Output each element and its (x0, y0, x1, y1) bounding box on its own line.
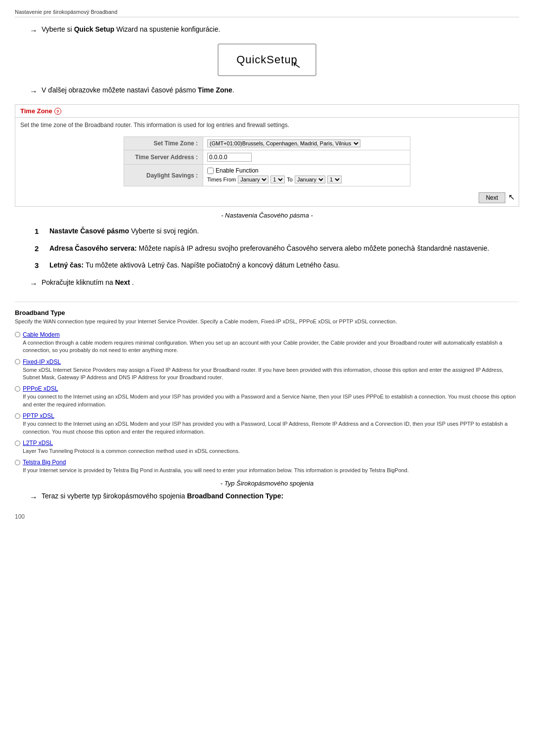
numbered-item-2: 2 Adresa Časového servera: Môžete napísa… (35, 243, 519, 255)
quicksetup-box: QuickSetup ↖ (218, 44, 316, 76)
radio-pptp[interactable] (15, 413, 20, 419)
pptp-link[interactable]: PPTP xDSL (23, 412, 54, 419)
item-rest-2: Môžete napísȧ IP adresu svojho preferov… (137, 244, 490, 252)
time-server-label: Time Server Address : (124, 150, 203, 165)
cable-modem-link[interactable]: Cable Modem (23, 331, 60, 338)
radio-pppoe[interactable] (15, 386, 20, 392)
pptp-desc: If you connect to the Internet using an … (23, 420, 519, 436)
numbered-list: 1 Nastavte Časové pásmo Vyberte si svoj … (35, 226, 519, 271)
cable-modem-desc: A connection through a cable modem requi… (23, 339, 519, 355)
to-label: To (287, 177, 293, 182)
timezone-select[interactable]: (GMT+01:00)Brussels, Copenhagen, Madrid,… (207, 139, 360, 147)
daylight-label: Daylight Savings : (124, 165, 203, 186)
continue-instruction: → Pokračujte kliknutím na Next . (30, 277, 519, 290)
timezone-title-text: Time Zone (20, 107, 52, 115)
time-server-input[interactable] (207, 153, 252, 162)
set-time-zone-label: Set Time Zone : (124, 137, 203, 150)
numbered-item-3: 3 Letný čas: Tu môžete aktivovȧ Letný č… (35, 260, 519, 271)
broadband-title: Broadband Type (15, 309, 519, 316)
quicksetup-label: QuickSetup (236, 53, 298, 66)
pppoe-desc: If you connect to the Internet using an … (23, 393, 519, 408)
telstra-desc: If your Internet service is provided by … (23, 467, 519, 474)
telstra-link[interactable]: Telstra Big Pond (23, 459, 66, 466)
timezone-row: Set Time Zone : (GMT+01:00)Brussels, Cop… (124, 137, 410, 150)
bb-option-title-cable: Cable Modem (15, 331, 519, 338)
item-bold-1: Nastavte Časové pásmo (49, 227, 129, 235)
step1-after: Wizard na spustenie konfigurácie. (114, 25, 220, 33)
bb-option-title-fixed: Fixed-IP xDSL (15, 358, 519, 365)
item-number-1: 1 (35, 226, 44, 237)
to-day-select[interactable]: 1 (327, 176, 342, 183)
timezone-panel: Time Zone ? Set the time zone of the Bro… (15, 104, 519, 207)
daylight-row: Daylight Savings : Enable Function Times… (124, 165, 410, 186)
pppoe-link[interactable]: PPPoE xDSL (23, 385, 58, 392)
arrow-icon-4: → (30, 491, 38, 503)
from-day-select[interactable]: 1 (270, 176, 285, 183)
l2tp-link[interactable]: L2TP xDSL (23, 440, 53, 446)
bb-option-title-l2tp: L2TP xDSL (15, 440, 519, 446)
page-number: 100 (15, 513, 519, 520)
step2-bold: Time Zone (198, 86, 232, 94)
enable-line: Enable Function (207, 167, 406, 174)
numbered-item-1: 1 Nastavte Časové pásmo Vyberte si svoj … (35, 226, 519, 237)
radio-cable-modem[interactable] (15, 332, 20, 337)
next-button[interactable]: Next (479, 192, 506, 203)
times-from-label: Times From (207, 177, 236, 182)
item-bold-3: Letný čas: (49, 261, 84, 269)
breadcrumb: Nastavenie pre širokopásmový Broadband (15, 9, 519, 17)
daylight-options: Enable Function Times From January 1 To … (207, 167, 406, 183)
daylight-value: Enable Function Times From January 1 To … (203, 165, 410, 186)
cursor-icon: ↖ (292, 59, 303, 72)
step2-text: V ďalšej obrazovke môžete nastavi̇ časov… (42, 85, 234, 95)
item-rest-3: Tu môžete aktivovȧ Letný čas. Napíšte p… (84, 261, 340, 269)
radio-l2tp[interactable] (15, 441, 20, 446)
timezone-form: Set Time Zone : (GMT+01:00)Brussels, Cop… (124, 136, 410, 186)
radio-fixed-ip[interactable] (15, 359, 20, 364)
bb-option-pptp: PPTP xDSL If you connect to the Internet… (15, 412, 519, 436)
step1-instruction: → Vyberte si Quick Setup Wizard na spust… (30, 24, 519, 37)
item-text-1: Nastavte Časové pásmo Vyberte si svoj re… (49, 226, 199, 236)
final-instruction: → Teraz si vyberte typ širokopásmového s… (30, 491, 519, 503)
final-bold: Broadband Connection Type: (187, 492, 283, 500)
time-server-value (203, 150, 410, 165)
continue-text: Pokračujte kliknutím na Next . (42, 277, 134, 288)
bottom-caption: - Typ Širokopásmového spojenia (15, 480, 519, 487)
broadband-section: Broadband Type Specify the WAN connectio… (15, 309, 519, 475)
step1-text: Vyberte si Quick Setup Wizard na spusten… (42, 24, 220, 35)
fixed-ip-link[interactable]: Fixed-IP xDSL (23, 358, 61, 365)
help-icon[interactable]: ? (54, 108, 61, 115)
l2tp-desc: Layer Two Tunneling Protocol is a common… (23, 447, 519, 455)
next-cursor-icon: ↖ (508, 193, 515, 201)
to-month-select[interactable]: January (295, 176, 325, 183)
step1-bold: Quick Setup (74, 25, 115, 33)
item-text-3: Letný čas: Tu môžete aktivovȧ Letný čas… (49, 260, 340, 270)
radio-telstra[interactable] (15, 460, 20, 465)
times-line: Times From January 1 To January 1 (207, 176, 406, 183)
enable-daylight-checkbox[interactable] (207, 168, 214, 174)
bb-option-fixed-ip: Fixed-IP xDSL Some xDSL Internet Service… (15, 358, 519, 382)
final-text: Teraz si vyberte typ širokopásmového spo… (42, 491, 283, 501)
from-month-select[interactable]: January (238, 176, 268, 183)
set-time-zone-value: (GMT+01:00)Brussels, Copenhagen, Madrid,… (203, 137, 410, 150)
timezone-description: Set the time zone of the Broadband route… (15, 118, 519, 133)
arrow-icon-2: → (30, 86, 38, 97)
broadband-description: Specify the WAN connection type required… (15, 318, 519, 325)
arrow-icon: → (30, 25, 38, 37)
section-divider (15, 302, 519, 302)
timezone-caption: - Nastavenia Časového pásma - (15, 212, 519, 219)
fixed-ip-desc: Some xDSL Internet Service Providers may… (23, 366, 519, 382)
bb-option-title-telstra: Telstra Big Pond (15, 459, 519, 466)
bb-option-telstra: Telstra Big Pond If your Internet servic… (15, 459, 519, 474)
bb-option-title-pptp: PPTP xDSL (15, 412, 519, 419)
time-server-row: Time Server Address : (124, 150, 410, 165)
bb-option-l2tp: L2TP xDSL Layer Two Tunneling Protocol i… (15, 440, 519, 455)
quicksetup-image: QuickSetup ↖ (15, 44, 519, 76)
item-number-3: 3 (35, 260, 44, 271)
bb-option-title-pppoe: PPPoE xDSL (15, 385, 519, 392)
arrow-icon-3: → (30, 278, 38, 290)
item-text-2: Adresa Časového servera: Môžete napísȧ … (49, 243, 489, 254)
bb-option-pppoe: PPPoE xDSL If you connect to the Interne… (15, 385, 519, 408)
continue-bold: Next (115, 278, 130, 286)
enable-label: Enable Function (216, 167, 259, 174)
item-number-2: 2 (35, 243, 44, 255)
